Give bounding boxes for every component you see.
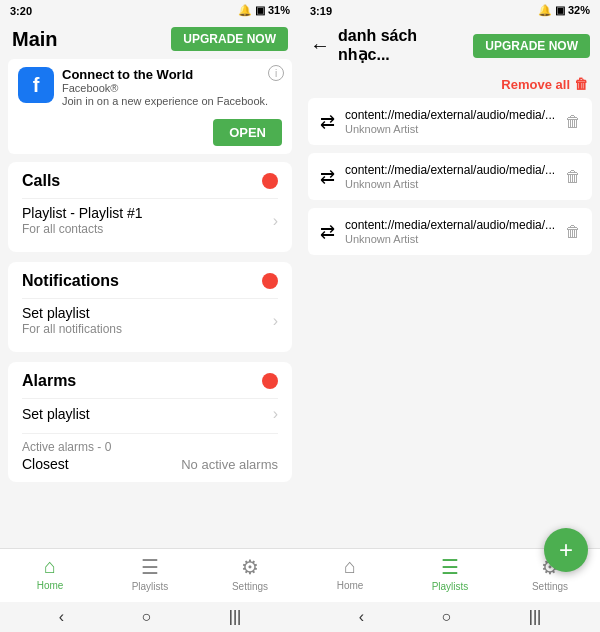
calls-playlist-item[interactable]: Playlist - Playlist #1 For all contacts … (22, 198, 278, 242)
alarms-chevron-icon: › (273, 405, 278, 423)
left-battery: 🔔 ▣ 31% (238, 4, 290, 17)
track-artist-1: Unknown Artist (345, 123, 555, 135)
calls-playlist-label: Playlist - Playlist #1 (22, 205, 143, 221)
facebook-icon: f (18, 67, 54, 103)
ad-open-button[interactable]: OPEN (213, 119, 282, 146)
calls-section-header: Calls (22, 172, 278, 190)
calls-section: Calls Playlist - Playlist #1 For all con… (8, 162, 292, 252)
alarm-count-label: Active alarms - 0 (22, 440, 278, 454)
left-upgrade-button[interactable]: UPGRADE NOW (171, 27, 288, 51)
left-nav-settings[interactable]: ⚙ Settings (200, 555, 300, 592)
right-status-bar: 3:19 🔔 ▣ 32% (300, 0, 600, 21)
track-info-2: content://media/external/audio/media/...… (345, 163, 555, 190)
notifications-toggle[interactable] (262, 273, 278, 289)
track-delete-2[interactable]: 🗑 (565, 168, 581, 186)
ad-info-icon[interactable]: i (268, 65, 284, 81)
add-track-fab[interactable]: + (544, 528, 588, 572)
notifications-title: Notifications (22, 272, 119, 290)
shuffle-icon-1: ⇄ (320, 111, 335, 133)
back-arrow-icon[interactable]: ← (310, 34, 330, 57)
calls-title: Calls (22, 172, 60, 190)
remove-all-row: Remove all 🗑 (300, 72, 600, 98)
right-home-btn[interactable]: ○ (442, 608, 452, 626)
ad-top-row: f Connect to the World Facebook® Join in… (18, 67, 282, 107)
track-path-2: content://media/external/audio/media/... (345, 163, 555, 177)
alarm-extra: Active alarms - 0 Closest No active alar… (22, 433, 278, 472)
left-time: 3:20 (10, 5, 32, 17)
notifications-playlist-text: Set playlist For all notifications (22, 305, 122, 336)
left-panel: 3:20 🔔 ▣ 31% Main UPGRADE NOW f Connect … (0, 0, 300, 632)
track-item-1[interactable]: ⇄ content://media/external/audio/media/.… (308, 98, 592, 145)
ad-banner-inner: f Connect to the World Facebook® Join in… (18, 67, 282, 146)
shuffle-icon-3: ⇄ (320, 221, 335, 243)
alarms-playlist-item[interactable]: Set playlist › (22, 398, 278, 429)
calls-toggle[interactable] (262, 173, 278, 189)
right-battery: 🔔 ▣ 32% (538, 4, 590, 17)
alarms-playlist-text: Set playlist (22, 406, 90, 422)
left-back-btn[interactable]: ‹ (59, 608, 64, 626)
home-icon: ⌂ (44, 555, 56, 578)
notifications-playlist-item[interactable]: Set playlist For all notifications › (22, 298, 278, 342)
shuffle-icon-2: ⇄ (320, 166, 335, 188)
alarm-row: Closest No active alarms (22, 456, 278, 472)
track-item-2[interactable]: ⇄ content://media/external/audio/media/.… (308, 153, 592, 200)
alarm-closest-value: No active alarms (181, 457, 278, 472)
track-item-3[interactable]: ⇄ content://media/external/audio/media/.… (308, 208, 592, 255)
left-status-icons: 🔔 ▣ 31% (238, 4, 290, 17)
left-title: Main (12, 28, 58, 51)
ad-banner: f Connect to the World Facebook® Join in… (8, 59, 292, 154)
notifications-playlist-label: Set playlist (22, 305, 122, 321)
left-sys-nav: ‹ ○ ||| (0, 602, 300, 632)
alarm-closest-label: Closest (22, 456, 69, 472)
remove-all-button[interactable]: Remove all 🗑 (501, 76, 588, 92)
ad-text: Connect to the World Facebook® Join in o… (62, 67, 282, 107)
left-bottom-nav: ⌂ Home ☰ Playlists ⚙ Settings (0, 548, 300, 602)
track-artist-3: Unknown Artist (345, 233, 555, 245)
track-info-3: content://media/external/audio/media/...… (345, 218, 555, 245)
track-artist-2: Unknown Artist (345, 178, 555, 190)
left-recents-btn[interactable]: ||| (229, 608, 241, 626)
right-status-icons: 🔔 ▣ 32% (538, 4, 590, 17)
right-nav-home-label: Home (337, 580, 364, 591)
track-list: ⇄ content://media/external/audio/media/.… (300, 98, 600, 548)
right-nav-playlists[interactable]: ☰ Playlists (400, 555, 500, 592)
track-path-3: content://media/external/audio/media/... (345, 218, 555, 232)
calls-chevron-icon: › (273, 212, 278, 230)
alarms-section: Alarms Set playlist › Active alarms - 0 … (8, 362, 292, 482)
trash-icon: 🗑 (574, 76, 588, 92)
track-delete-3[interactable]: 🗑 (565, 223, 581, 241)
remove-all-label: Remove all (501, 77, 570, 92)
fab-icon: + (559, 536, 573, 564)
alarms-toggle[interactable] (262, 373, 278, 389)
left-nav-settings-label: Settings (232, 581, 268, 592)
ad-title: Connect to the World (62, 67, 282, 82)
left-nav-home[interactable]: ⌂ Home (0, 555, 100, 592)
notifications-playlist-sub: For all notifications (22, 322, 122, 336)
right-back-btn[interactable]: ‹ (359, 608, 364, 626)
right-recents-btn[interactable]: ||| (529, 608, 541, 626)
right-sys-nav: ‹ ○ ||| (300, 602, 600, 632)
right-header: ← danh sách nhạc... UPGRADE NOW (300, 21, 600, 72)
ad-subtitle: Facebook® (62, 82, 282, 94)
alarms-section-header: Alarms (22, 372, 278, 390)
right-upgrade-button[interactable]: UPGRADE NOW (473, 34, 590, 58)
alarms-playlist-label: Set playlist (22, 406, 90, 422)
notifications-section: Notifications Set playlist For all notif… (8, 262, 292, 352)
left-home-btn[interactable]: ○ (142, 608, 152, 626)
left-main-content: Calls Playlist - Playlist #1 For all con… (0, 162, 300, 548)
left-nav-home-label: Home (37, 580, 64, 591)
left-nav-playlists-label: Playlists (132, 581, 169, 592)
track-delete-1[interactable]: 🗑 (565, 113, 581, 131)
right-nav-playlists-label: Playlists (432, 581, 469, 592)
playlists-icon: ☰ (141, 555, 159, 579)
notifications-chevron-icon: › (273, 312, 278, 330)
right-home-icon: ⌂ (344, 555, 356, 578)
left-header: Main UPGRADE NOW (0, 21, 300, 59)
right-time: 3:19 (310, 5, 332, 17)
right-nav-home[interactable]: ⌂ Home (300, 555, 400, 592)
left-nav-playlists[interactable]: ☰ Playlists (100, 555, 200, 592)
right-panel: 3:19 🔔 ▣ 32% ← danh sách nhạc... UPGRADE… (300, 0, 600, 632)
notifications-section-header: Notifications (22, 272, 278, 290)
right-nav-settings-label: Settings (532, 581, 568, 592)
right-title: danh sách nhạc... (338, 27, 473, 64)
